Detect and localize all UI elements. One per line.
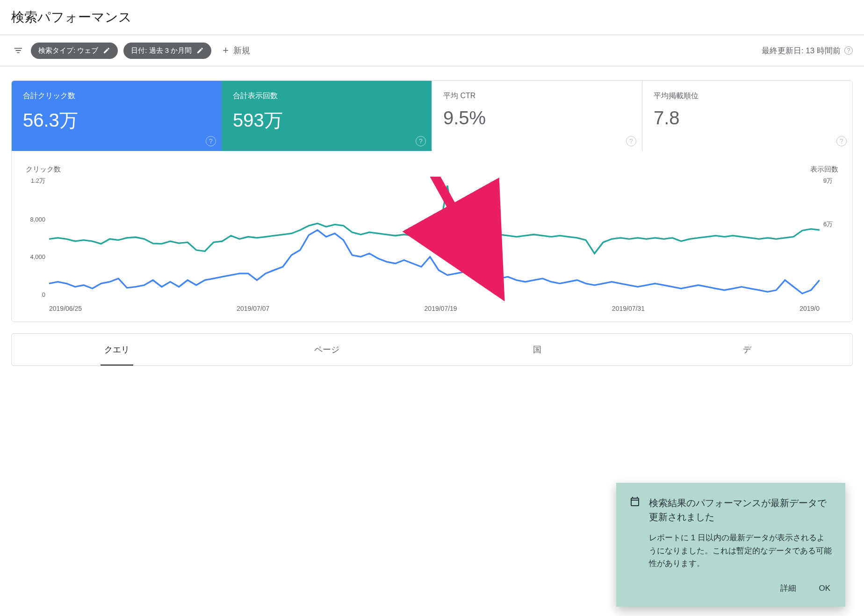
filter-chip-search-type[interactable]: 検索タイプ: ウェブ — [31, 43, 118, 59]
tab-label: ページ — [314, 345, 339, 354]
edit-icon — [196, 47, 204, 54]
metric-impressions[interactable]: 合計表示回数 593万 ? — [222, 81, 432, 151]
help-icon[interactable]: ? — [626, 136, 636, 146]
tab-label: デ — [743, 345, 751, 354]
tick-label: 1.2万 — [26, 177, 45, 185]
page-title: 検索パフォーマンス — [11, 8, 853, 26]
left-axis-label: クリック数 — [26, 165, 61, 174]
metrics-row: 合計クリック数 56.3万 ? 合計表示回数 593万 ? 平均 CTR 9.5… — [12, 81, 852, 151]
x-axis: 2019/06/25 2019/07/07 2019/07/19 2019/07… — [49, 305, 820, 312]
add-filter-button[interactable]: + 新規 — [217, 41, 256, 60]
tick-label: 4,000 — [26, 253, 45, 260]
help-icon[interactable]: ? — [416, 136, 426, 146]
filter-bar: 検索タイプ: ウェブ 日付: 過去 3 か月間 + 新規 最終更新日: 13 時… — [0, 35, 864, 66]
tab-country[interactable]: 国 — [432, 334, 642, 365]
metric-ctr[interactable]: 平均 CTR 9.5% ? — [432, 81, 642, 151]
metric-position[interactable]: 平均掲載順位 7.8 ? — [642, 81, 852, 151]
edit-icon — [103, 47, 110, 54]
tick-label: 9万 — [823, 177, 838, 185]
tabs-row: クエリ ページ 国 デ — [11, 333, 853, 366]
right-axis-label: 表示回数 — [810, 165, 838, 174]
metric-label: 合計表示回数 — [233, 91, 420, 101]
metric-clicks[interactable]: 合計クリック数 56.3万 ? — [12, 81, 222, 151]
metric-value: 9.5% — [443, 107, 631, 129]
last-update-text: 最終更新日: 13 時間前 — [762, 45, 841, 56]
tick-label: 2019/07/07 — [237, 305, 269, 312]
chart-svg — [49, 177, 820, 322]
last-update: 最終更新日: 13 時間前 ? — [762, 45, 853, 56]
y-axis-right: 9万 6万 — [820, 177, 838, 298]
y-axis-left: 1.2万 8,000 4,000 0 — [26, 177, 49, 298]
metric-value: 7.8 — [654, 107, 841, 129]
help-icon[interactable]: ? — [844, 46, 853, 55]
tick-label: 2019/07/31 — [612, 305, 645, 312]
tab-page[interactable]: ページ — [222, 334, 432, 365]
tick-label: 6万 — [823, 220, 838, 229]
filter-chip-label: 日付: 過去 3 か月間 — [131, 46, 192, 55]
help-icon[interactable]: ? — [836, 136, 847, 146]
add-filter-label: 新規 — [233, 45, 250, 56]
chart-area: クリック数 表示回数 1.2万 8,000 4,000 0 9万 6万 — [12, 151, 852, 322]
plus-icon: + — [223, 44, 229, 57]
performance-card: 合計クリック数 56.3万 ? 合計表示回数 593万 ? 平均 CTR 9.5… — [11, 80, 853, 322]
tab-device[interactable]: デ — [642, 334, 853, 365]
metric-label: 平均掲載順位 — [654, 91, 841, 101]
metric-value: 56.3万 — [23, 107, 210, 133]
tick-label: 2019/07/19 — [425, 305, 457, 312]
help-icon[interactable]: ? — [206, 136, 216, 146]
filter-icon[interactable] — [11, 43, 25, 57]
page-header: 検索パフォーマンス — [0, 0, 864, 35]
tick-label: 2019/0 — [799, 305, 820, 312]
metric-value: 593万 — [233, 107, 420, 133]
tab-label: 国 — [533, 345, 541, 354]
tick-label: 2019/06/25 — [49, 305, 82, 312]
tab-label: クエリ — [104, 345, 130, 354]
tab-query[interactable]: クエリ — [12, 334, 222, 365]
metric-label: 平均 CTR — [443, 91, 631, 101]
tick-label: 8,000 — [26, 216, 45, 223]
filter-chip-label: 検索タイプ: ウェブ — [38, 46, 98, 55]
filter-chip-date[interactable]: 日付: 過去 3 か月間 — [123, 43, 211, 59]
tick-label: 0 — [26, 291, 45, 298]
metric-label: 合計クリック数 — [23, 91, 210, 101]
